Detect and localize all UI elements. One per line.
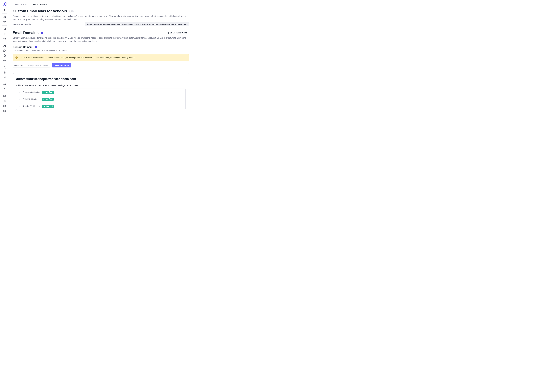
- nav-compass-icon[interactable]: [2, 82, 7, 87]
- warning-text: This will route all emails at this domai…: [20, 56, 136, 59]
- svg-rect-21: [4, 106, 4, 107]
- dns-row-name: Receive Verification: [22, 105, 40, 107]
- custom-domain-toggle[interactable]: [35, 46, 39, 48]
- svg-point-7: [4, 45, 4, 46]
- dns-card: automation@eshopit.transcendbeta.com Add…: [13, 73, 189, 113]
- share-icon: [167, 32, 169, 34]
- nav-server-db-icon[interactable]: [2, 53, 7, 58]
- status-text: Verified: [46, 105, 53, 107]
- section-custom-domain: Custom Domain Use a domain that is diffe…: [13, 46, 189, 68]
- nav-search-doc-icon[interactable]: [2, 65, 7, 70]
- chevron-right-icon: [19, 105, 21, 107]
- svg-point-24: [168, 32, 169, 33]
- status-badge: Verified: [42, 105, 54, 108]
- nav-globe-network-icon[interactable]: [2, 15, 7, 19]
- domains-heading: Email Domains: [13, 31, 38, 35]
- share-instructions-button[interactable]: Share Instructions: [165, 31, 189, 35]
- svg-rect-19: [4, 105, 4, 106]
- svg-rect-20: [5, 105, 6, 106]
- share-label: Share Instructions: [170, 32, 187, 34]
- app-logo[interactable]: [3, 2, 7, 6]
- nav-lightning-icon[interactable]: [2, 8, 7, 12]
- save-and-verify-button[interactable]: Save and Verify: [52, 63, 72, 67]
- status-badge: Verified: [42, 98, 54, 101]
- svg-point-11: [4, 60, 4, 61]
- dns-row-name: Domain Verification: [22, 91, 40, 93]
- chevron-right-icon: [29, 4, 31, 6]
- dns-row[interactable]: Receive VerificationVerified: [16, 103, 185, 110]
- nav-people-icon[interactable]: [2, 43, 7, 48]
- status-badge: Verified: [42, 91, 54, 94]
- dns-instructions: Add the DNS Records listed below to the …: [16, 84, 186, 87]
- nav-document-check-icon[interactable]: [2, 70, 7, 75]
- svg-rect-15: [4, 95, 6, 97]
- svg-point-23: [167, 33, 168, 33]
- example-from-value: eShopIt Privacy Automation <automation+4…: [85, 22, 189, 26]
- section-email-alias: Custom Email Alias for Vendors Transcend…: [13, 9, 189, 26]
- breadcrumb-current: Email Domains: [33, 3, 47, 6]
- sidebar-divider: [2, 25, 7, 26]
- section-email-domains: Email Domains Share Instructions Some ve…: [13, 31, 189, 43]
- check-icon: [44, 91, 45, 93]
- domains-toggle[interactable]: [41, 32, 45, 34]
- breadcrumb: Developer Tools Email Domains: [13, 3, 189, 6]
- info-icon: [15, 56, 18, 59]
- check-icon: [43, 98, 45, 100]
- dns-row-name: DKIM Verification: [22, 98, 40, 100]
- warning-banner: This will route all emails at this domai…: [13, 54, 189, 61]
- dns-row[interactable]: Domain VerificationVerified: [16, 89, 185, 96]
- sidebar: [0, 0, 9, 392]
- nav-nodes-icon[interactable]: [2, 20, 7, 24]
- alias-description: Transcend supports setting a custom emai…: [13, 15, 189, 21]
- chevron-right-icon: [19, 91, 21, 93]
- nav-id-card-icon[interactable]: [2, 58, 7, 63]
- sidebar-divider: [2, 81, 7, 81]
- domain-input[interactable]: [27, 63, 50, 67]
- check-icon: [44, 105, 45, 107]
- nav-grid-plus-icon[interactable]: [2, 104, 7, 108]
- status-text: Verified: [46, 91, 52, 93]
- alias-heading: Custom Email Alias for Vendors: [13, 9, 67, 13]
- svg-point-14: [4, 83, 6, 85]
- nav-document-lock-icon[interactable]: [2, 75, 7, 79]
- svg-point-25: [168, 33, 169, 34]
- domain-prefix: automation@: [13, 63, 27, 67]
- custom-domain-description: Use a domain that is different than the …: [13, 49, 189, 52]
- status-text: Verified: [46, 98, 52, 100]
- nav-eye-off-icon[interactable]: [2, 99, 7, 103]
- example-from-label: Example From address:: [13, 23, 34, 26]
- nav-code-box-icon[interactable]: [2, 109, 7, 113]
- domains-description: Some vendors don't support managing cust…: [13, 36, 189, 43]
- svg-point-8: [5, 45, 6, 46]
- svg-point-1: [4, 3, 6, 5]
- breadcrumb-parent[interactable]: Developer Tools: [13, 3, 27, 6]
- dns-row[interactable]: DKIM VerificationVerified: [16, 96, 185, 103]
- nav-earth-icon[interactable]: [2, 36, 7, 41]
- svg-rect-22: [4, 110, 6, 112]
- alias-toggle[interactable]: [69, 10, 74, 12]
- main-content: Developer Tools Email Domains Custom Ema…: [9, 0, 193, 392]
- svg-point-6: [4, 38, 6, 40]
- nav-list-plus-icon[interactable]: [2, 87, 7, 91]
- nav-thumbs-up-icon[interactable]: [2, 48, 7, 53]
- nav-cube-icon[interactable]: [2, 27, 7, 31]
- nav-cubes-icon[interactable]: [2, 32, 7, 36]
- custom-domain-heading: Custom Domain: [13, 46, 32, 49]
- dns-table: Domain VerificationVerifiedDKIM Verifica…: [16, 89, 186, 110]
- dns-email: automation@eshopit.transcendbeta.com: [16, 77, 186, 81]
- domain-input-group: automation@: [13, 63, 50, 67]
- svg-point-9: [4, 55, 6, 55]
- nav-slider-panel-icon[interactable]: [2, 94, 7, 98]
- chevron-right-icon: [19, 98, 21, 100]
